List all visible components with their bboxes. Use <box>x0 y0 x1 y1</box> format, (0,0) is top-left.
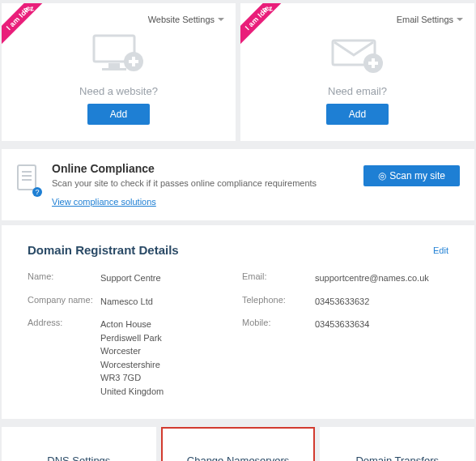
tile-domain-transfers[interactable]: Domain Transfers <box>320 427 474 461</box>
document-icon: ? <box>16 164 40 195</box>
chevron-down-icon <box>457 18 463 21</box>
email-settings-menu[interactable]: Email Settings <box>397 15 463 24</box>
compliance-subtitle: Scan your site to check if it passes onl… <box>52 178 352 188</box>
target-icon: ◎ <box>378 170 386 181</box>
add-website-button[interactable]: Add <box>87 104 150 125</box>
envelope-add-icon <box>328 32 388 79</box>
registrant-heading: Domain Registrant Details <box>28 243 179 257</box>
field-address: Address: Acton House Perdiswell Park Wor… <box>28 318 234 398</box>
registrant-panel: Domain Registrant Details Edit Name: Sup… <box>2 225 474 419</box>
add-email-button[interactable]: Add <box>326 104 389 125</box>
field-telephone: Telephone: 03453633632 <box>242 295 448 309</box>
website-settings-menu[interactable]: Website Settings <box>148 15 224 24</box>
scan-site-button[interactable]: ◎Scan my site <box>363 165 460 186</box>
svg-rect-9 <box>368 62 378 65</box>
sleep-zz-icon: z z <box>262 4 273 14</box>
sleep-zz-icon: z z <box>23 4 34 14</box>
website-prompt: Need a website? <box>79 85 158 97</box>
svg-rect-1 <box>108 63 120 68</box>
email-card: z z I am Idle Email Settings Need email?… <box>240 3 474 141</box>
svg-rect-10 <box>18 165 36 190</box>
monitor-add-icon <box>89 32 149 79</box>
action-tiles: DNS Settings Change Nameservers Domain T… <box>0 424 476 461</box>
compliance-title: Online Compliance <box>52 162 352 175</box>
chevron-down-icon <box>218 18 224 21</box>
website-card: z z I am Idle Website Settings Need a we… <box>2 3 236 141</box>
edit-registrant-link[interactable]: Edit <box>433 245 448 255</box>
svg-rect-5 <box>129 60 138 63</box>
tile-change-nameservers[interactable]: Change Nameservers <box>161 427 316 461</box>
field-mobile: Mobile: 03453633634 <box>242 318 448 331</box>
view-compliance-link[interactable]: View compliance solutions <box>52 197 156 207</box>
help-badge-icon: ? <box>32 187 42 197</box>
compliance-panel: ? Online Compliance Scan your site to ch… <box>2 149 474 220</box>
tile-dns-settings[interactable]: DNS Settings <box>2 427 156 461</box>
email-prompt: Need email? <box>328 85 387 97</box>
svg-rect-2 <box>102 68 126 70</box>
field-email: Email: supportcentre@names.co.uk <box>242 271 448 285</box>
field-name: Name: Support Centre <box>28 271 234 285</box>
field-company: Company name: Namesco Ltd <box>28 295 234 309</box>
